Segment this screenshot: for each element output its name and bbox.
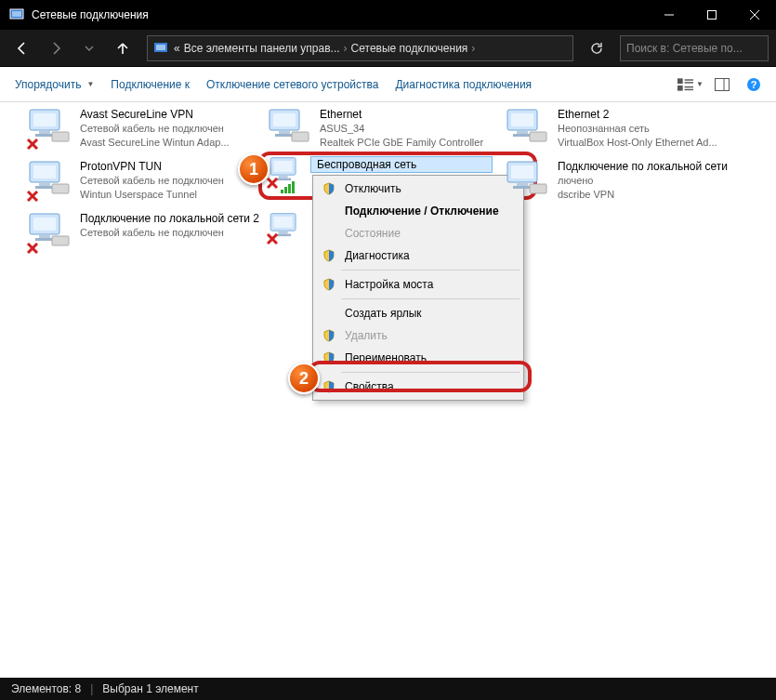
chevron-right-icon: ›	[471, 42, 475, 55]
menu-item-label: Диагностика	[345, 249, 410, 262]
location-icon	[153, 40, 170, 57]
connection-status: Сетевой кабель не подключен	[80, 174, 224, 188]
shield-icon	[321, 180, 337, 197]
connection-name: Avast SecureLine VPN	[80, 108, 230, 122]
organize-menu[interactable]: Упорядочить▼	[9, 74, 99, 95]
disable-device-button[interactable]: Отключение сетевого устройства	[201, 74, 384, 95]
menu-item[interactable]: Переименовать	[315, 347, 521, 369]
svg-rect-46	[530, 132, 546, 141]
svg-rect-51	[52, 184, 69, 193]
network-adapter-icon	[266, 108, 314, 149]
svg-rect-8	[677, 78, 683, 84]
command-bar: Упорядочить▼ Подключение к Отключение се…	[0, 67, 776, 102]
menu-item: Удалить	[315, 324, 521, 347]
svg-rect-48	[33, 165, 56, 178]
svg-rect-61	[39, 234, 50, 238]
connection-item[interactable]: Avast SecureLine VPNСетевой кабель не по…	[26, 108, 258, 150]
connection-item[interactable]: Подключение по локальной сети 2Сетевой к…	[26, 212, 258, 253]
search-input[interactable]: Поиск в: Сетевые по...	[620, 35, 769, 61]
blank-icon	[321, 203, 337, 219]
close-button[interactable]	[733, 0, 776, 30]
svg-rect-56	[517, 182, 528, 186]
svg-text:?: ?	[751, 79, 757, 90]
shield-icon	[321, 350, 337, 366]
menu-item[interactable]: Свойства	[315, 376, 521, 398]
help-button[interactable]: ?	[741, 72, 767, 98]
connection-status: Сетевой кабель не подключен	[80, 226, 256, 240]
connection-name: Ethernet 2	[558, 108, 717, 122]
svg-rect-55	[511, 165, 533, 178]
red-x-icon	[266, 177, 279, 193]
menu-item[interactable]: Отключить	[315, 178, 521, 200]
connection-status: ASUS_34	[320, 122, 483, 136]
menu-item[interactable]: Настройка моста	[315, 273, 521, 296]
red-x-icon	[26, 242, 39, 255]
minimize-button[interactable]	[648, 0, 691, 30]
breadcrumb-seg2[interactable]: Сетевые подключения	[351, 42, 468, 55]
menu-item[interactable]: Создать ярлык	[315, 302, 521, 324]
connection-item[interactable]: ProtonVPN TUNСетевой кабель не подключен…	[26, 160, 258, 202]
chevron-down-icon: ▼	[86, 80, 94, 88]
menu-separator	[341, 298, 520, 299]
content-area: 1 Беспроводная сеть ОтключитьПодключение…	[0, 102, 776, 679]
connection-name: Подключение по локальной сети 2	[80, 212, 259, 226]
nav-back-button[interactable]	[7, 34, 37, 62]
svg-rect-34	[52, 132, 69, 141]
search-placeholder: Поиск в: Сетевые по...	[626, 42, 743, 55]
network-adapter-icon	[504, 160, 552, 201]
menu-separator	[341, 372, 520, 373]
svg-rect-44	[517, 130, 528, 134]
svg-rect-41	[292, 132, 309, 141]
maximize-button[interactable]	[691, 0, 733, 30]
network-adapter-icon	[504, 108, 552, 149]
refresh-button[interactable]	[583, 34, 611, 62]
view-options-button[interactable]: ▼	[677, 72, 704, 98]
svg-rect-7	[156, 45, 165, 50]
app-icon	[9, 7, 24, 22]
network-adapter-icon	[26, 212, 74, 253]
diagnose-button[interactable]: Диагностика подключения	[389, 74, 537, 95]
connection-item[interactable]: EthernetASUS_34Realtek PCIe GbE Family C…	[266, 108, 498, 150]
selected-connection-header[interactable]: Беспроводная сеть	[310, 156, 493, 173]
status-selection: Выбран 1 элемент	[102, 682, 198, 695]
blank-icon	[321, 225, 337, 242]
nav-recent-dropdown[interactable]	[74, 34, 104, 62]
svg-rect-19	[274, 161, 293, 172]
svg-rect-58	[530, 184, 546, 193]
connect-to-button[interactable]: Подключение к	[105, 74, 195, 95]
menu-item[interactable]: Подключение / Отключение	[315, 200, 521, 222]
shield-icon	[321, 247, 337, 264]
menu-item-label: Удалить	[345, 329, 388, 342]
breadcrumb-seg1[interactable]: Все элементы панели управ...	[184, 42, 340, 55]
connection-name: Ethernet	[320, 108, 483, 122]
address-bar[interactable]: « Все элементы панели управ... › Сетевые…	[147, 35, 573, 61]
menu-item-label: Состояние	[345, 227, 401, 240]
shield-icon	[321, 276, 337, 293]
svg-rect-43	[511, 113, 533, 126]
status-separator: |	[90, 682, 93, 695]
nav-up-button[interactable]	[108, 34, 138, 62]
network-adapter-icon	[26, 108, 74, 149]
preview-pane-button[interactable]	[709, 72, 735, 98]
network-adapter-icon	[26, 160, 74, 201]
red-x-icon	[26, 190, 39, 203]
connection-item[interactable]: Подключение по локальной сетилюченоdscri…	[504, 160, 736, 202]
connection-adapter: Realtek PCIe GbE Family Controller	[320, 136, 483, 150]
svg-rect-33	[35, 134, 54, 137]
svg-rect-49	[39, 182, 50, 186]
signal-icon	[281, 180, 295, 193]
connection-name: Подключение по локальной сети	[558, 160, 728, 174]
chevron-right-icon: ›	[344, 42, 348, 55]
svg-rect-13	[685, 88, 693, 89]
nav-forward-button[interactable]	[41, 34, 71, 62]
svg-rect-1	[12, 11, 21, 17]
connection-item[interactable]: Ethernet 2Неопознанная сетьVirtualBox Ho…	[504, 108, 736, 150]
nav-bar: « Все элементы панели управ... › Сетевые…	[0, 30, 776, 67]
svg-rect-31	[33, 113, 56, 126]
svg-rect-39	[279, 130, 290, 134]
breadcrumb-prefix: «	[174, 42, 180, 55]
window-title: Сетевые подключения	[32, 8, 648, 21]
menu-item[interactable]: Диагностика	[315, 244, 521, 267]
svg-rect-40	[275, 134, 294, 137]
menu-item-label: Создать ярлык	[345, 307, 422, 320]
